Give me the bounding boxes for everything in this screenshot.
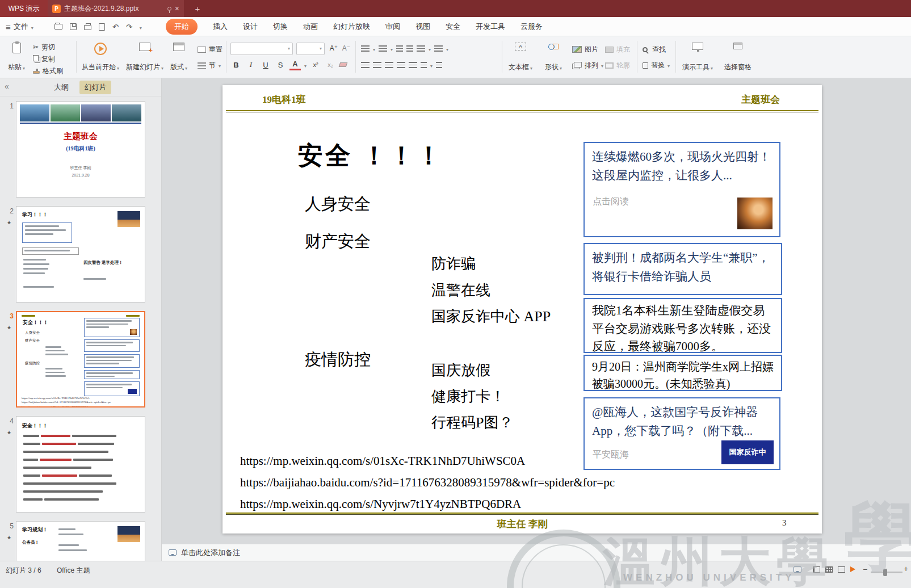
slide-footer-text[interactable]: 班主任 李刚 xyxy=(222,518,822,531)
tab-slideshow[interactable]: 幻灯片放映 xyxy=(333,22,370,32)
distribute-icon[interactable] xyxy=(409,62,417,68)
zoom-out-icon[interactable]: − xyxy=(863,565,867,574)
slide-sorter-view-icon[interactable] xyxy=(825,566,833,573)
toolbar-more-icon[interactable] xyxy=(140,22,142,32)
section-button[interactable]: 节 xyxy=(198,60,221,70)
underline-button[interactable]: U xyxy=(260,59,271,70)
replace-button[interactable]: 替换 xyxy=(643,60,670,70)
format-painter-button[interactable]: 格式刷 xyxy=(33,66,63,76)
news-box-explosion[interactable]: 连续爆燃60多次，现场火光四射！这段屋内监控，让很多人... 点击阅读 xyxy=(583,142,780,237)
tab-cloud[interactable]: 云服务 xyxy=(520,22,543,32)
tab-transitions[interactable]: 切换 xyxy=(273,22,288,32)
sub-health-checkin[interactable]: 健康打卡！ xyxy=(431,387,505,406)
open-file-icon[interactable] xyxy=(54,24,62,30)
sub-anti-fraud-app[interactable]: 国家反诈中心 APP xyxy=(431,306,551,326)
slide-title-text[interactable]: 安全 ！！！ xyxy=(298,139,443,173)
news-box-game-scam[interactable]: 我院1名本科生新生登陆虚假交易平台交易游戏账号多次转账，还没反应，最终被骗700… xyxy=(583,298,782,353)
zoom-in-icon[interactable]: + xyxy=(904,564,908,573)
slide-thumbnail-5[interactable]: 学习规划！ 公务员！ xyxy=(16,521,145,561)
read-more-link[interactable]: 点击阅读 xyxy=(593,195,629,209)
tab-animations[interactable]: 动画 xyxy=(303,22,318,32)
layout-button[interactable]: 版式 xyxy=(168,40,190,75)
close-tab-icon[interactable]: × xyxy=(175,5,179,12)
sub-travel-code[interactable]: 行程码P图？ xyxy=(431,413,513,432)
slide-thumbnail-3-current[interactable]: 安全！！！ 人身安全 财产安全 疫情防控 xyxy=(16,311,145,408)
outline-button[interactable]: 轮廓 xyxy=(605,60,630,70)
slide-header-right[interactable]: 主题班会 xyxy=(741,93,780,106)
bold-button[interactable]: B xyxy=(230,59,242,70)
reading-view-icon[interactable] xyxy=(838,566,845,573)
numbering-icon[interactable] xyxy=(379,45,387,52)
tab-design[interactable]: 设计 xyxy=(243,22,258,32)
news-box-30000-scam[interactable]: 9月20日：温州商学院学生x网上招嫖被骗30000元。(未知悉验真) xyxy=(583,355,782,391)
italic-button[interactable]: I xyxy=(245,59,257,70)
tab-security[interactable]: 安全 xyxy=(446,22,460,32)
new-tab-button[interactable] xyxy=(192,3,203,14)
subscript-button[interactable]: x₂ xyxy=(325,59,336,70)
tab-insert[interactable]: 插入 xyxy=(213,22,228,32)
text-direction-icon[interactable] xyxy=(434,45,443,52)
slide-thumbnail-2[interactable]: 学习！！！ 四次警告 退学处理！ xyxy=(16,206,145,303)
link-1[interactable]: https://mp.weixin.qq.com/s/01sXc-TRK1NhD… xyxy=(240,454,525,468)
tab-slides[interactable]: 幻灯片 xyxy=(79,81,111,94)
slide-canvas[interactable]: 19电科1班 主题班会 安全 ！！！ 人身安全 财产安全 防诈骗 温警在线 国家… xyxy=(222,85,822,534)
collapse-panel-icon[interactable] xyxy=(5,82,9,91)
link-2[interactable]: https://baijiahao.baidu.com/s?id=1711676… xyxy=(240,476,615,490)
bullet-property-safety[interactable]: 财产安全 xyxy=(305,230,371,253)
theme-name[interactable]: Office 主题 xyxy=(57,566,90,576)
tab-outline[interactable]: 大纲 xyxy=(48,81,75,94)
bullet-epidemic-control[interactable]: 疫情防控 xyxy=(305,348,371,371)
reset-button[interactable]: 重置 xyxy=(198,44,222,54)
news-box-sentenced[interactable]: 被判刑！成都两名大学生“兼职”，将银行卡借给诈骗人员 xyxy=(583,243,782,295)
clear-format-icon[interactable] xyxy=(339,62,348,67)
paragraph-settings-icon[interactable] xyxy=(436,62,442,68)
superscript-button[interactable]: x² xyxy=(310,59,321,70)
bullet-personal-safety[interactable]: 人身安全 xyxy=(305,193,371,216)
textbox-button[interactable]: 文本框 xyxy=(506,40,535,75)
indent-decrease-icon[interactable] xyxy=(396,45,403,52)
fill-button[interactable]: 填充 xyxy=(605,44,630,54)
font-size-combobox[interactable] xyxy=(296,43,325,55)
arrange-button[interactable]: 排列 xyxy=(572,60,603,70)
file-menu[interactable]: 文件 xyxy=(6,17,33,36)
link-3[interactable]: https://mp.weixin.qq.com/s/Nyvjrw7t1Y4yz… xyxy=(240,497,521,511)
align-left-icon[interactable] xyxy=(361,62,370,68)
slide-thumbnail-1[interactable]: 主题班会 (19电科1班) 班主任 李刚 2021.9.28 xyxy=(16,101,145,198)
shapes-button[interactable]: 形状 xyxy=(543,40,564,75)
new-slide-button[interactable]: 新建幻灯片 xyxy=(124,40,166,75)
slide-thumbnail-4[interactable]: 安全！！！ xyxy=(16,416,145,513)
paste-button[interactable]: 粘贴 xyxy=(6,40,27,75)
bullets-icon[interactable] xyxy=(361,45,370,52)
document-tab[interactable]: P 主题班会-2021.9.28.pptx × xyxy=(48,0,184,17)
tab-devtools[interactable]: 开发工具 xyxy=(476,22,505,32)
presentation-tools-button[interactable]: 演示工具 xyxy=(680,40,715,75)
app-tab[interactable]: WPS 演示 xyxy=(0,0,48,17)
picture-button[interactable]: 图片 xyxy=(572,44,598,54)
columns-icon[interactable] xyxy=(421,62,427,68)
justify-icon[interactable] xyxy=(397,62,405,68)
undo-icon[interactable]: ↶ xyxy=(112,23,119,31)
sub-national-holiday[interactable]: 国庆放假 xyxy=(431,360,490,380)
tab-review[interactable]: 审阅 xyxy=(385,22,400,32)
cut-button[interactable]: 剪切 xyxy=(33,42,55,52)
save-icon[interactable] xyxy=(70,23,77,30)
export-icon[interactable] xyxy=(99,23,105,31)
pin-icon[interactable] xyxy=(167,7,171,11)
selection-pane-button[interactable]: 选择窗格 xyxy=(722,40,754,75)
find-button[interactable]: 查找 xyxy=(643,44,666,54)
strikethrough-button[interactable]: S xyxy=(275,59,286,70)
align-right-icon[interactable] xyxy=(385,62,393,68)
sub-anti-fraud[interactable]: 防诈骗 xyxy=(431,254,476,274)
sub-police-online[interactable]: 温警在线 xyxy=(431,280,490,300)
play-from-current-button[interactable]: 从当前开始 xyxy=(79,40,121,75)
slideshow-view-icon[interactable] xyxy=(850,566,855,572)
font-name-combobox[interactable] xyxy=(230,43,293,55)
tab-view[interactable]: 视图 xyxy=(415,22,430,32)
news-box-antifraud-app[interactable]: @瓯海人，这款国字号反诈神器App，您下载了吗？（附下载... 平安瓯海 国家反… xyxy=(583,397,780,470)
redo-icon[interactable]: ↷ xyxy=(126,23,132,31)
normal-view-icon[interactable] xyxy=(813,566,820,573)
copy-button[interactable]: 复制 xyxy=(33,54,55,64)
decrease-font-icon[interactable] xyxy=(341,43,352,54)
font-color-button[interactable]: A xyxy=(289,59,301,70)
slide-header-left[interactable]: 19电科1班 xyxy=(262,93,306,106)
